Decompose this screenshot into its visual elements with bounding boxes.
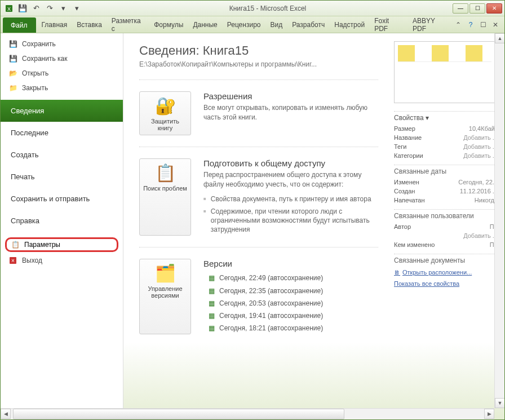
protect-workbook-button[interactable]: 🔐 Защитить книгу [139, 91, 191, 135]
scroll-left-button[interactable]: ◀ [1, 409, 11, 419]
tab-developer[interactable]: Разработч [287, 16, 330, 33]
version-item[interactable]: ▦Сегодня, 19:41 (автосохранение) [203, 310, 378, 322]
excel-icon[interactable]: X [3, 2, 15, 15]
tab-home[interactable]: Главная [37, 16, 73, 33]
sidebar-item-close[interactable]: 📁 Закрыть [1, 81, 123, 95]
prop-author-add[interactable]: Добавить ... [394, 231, 498, 240]
tab-review[interactable]: Рецензиро [223, 16, 266, 33]
prop-title[interactable]: НазваниеДобавить ... [394, 133, 498, 142]
manage-versions-button[interactable]: 🗂️ Управление версиями [139, 259, 191, 334]
sidebar-item-info[interactable]: Сведения [1, 100, 123, 122]
prepare-item: Содержимое, при чтении которого люди с о… [203, 205, 378, 236]
maximize-button[interactable]: ☐ [469, 3, 485, 14]
sidebar-label: Сохранить и отправить [11, 194, 90, 203]
tab-formulas[interactable]: Формулы [149, 16, 188, 33]
document-thumbnail[interactable] [394, 41, 495, 103]
open-file-location-link[interactable]: 🗎Открыть расположени... [394, 267, 498, 278]
save-as-icon: 💾 [8, 54, 17, 63]
sidebar-label: Параметры [24, 241, 60, 249]
button-label: Поиск проблем [143, 185, 187, 192]
scroll-down-button[interactable]: ▼ [495, 398, 504, 408]
exit-icon: × [8, 256, 17, 265]
sidebar-item-new[interactable]: Создать [1, 144, 123, 166]
tab-addins[interactable]: Надстрой [330, 16, 370, 33]
svg-text:X: X [7, 6, 11, 12]
sidebar-label: Сохранить [22, 40, 56, 48]
prop-created: Создан11.12.2016 ... [394, 187, 498, 196]
options-icon: 📋 [11, 241, 20, 249]
folder-open-icon: 📂 [8, 69, 17, 78]
save-icon: 💾 [8, 39, 17, 48]
tab-insert[interactable]: Вставка [72, 16, 107, 33]
sidebar-item-print[interactable]: Печать [1, 166, 123, 188]
sidebar-item-help[interactable]: Справка [1, 210, 123, 232]
section-title: Версии [203, 259, 378, 268]
tab-foxit[interactable]: Foxit PDF [370, 16, 408, 33]
section-title: Разрешения [203, 91, 378, 101]
sidebar-label: Печать [11, 173, 35, 181]
scroll-right-button[interactable]: ▶ [484, 409, 494, 419]
versions-icon: 🗂️ [155, 263, 175, 283]
ribbon: Файл Главная Вставка Разметка с Формулы … [1, 16, 504, 33]
prepare-item: Свойства документа, путь к принтеру и им… [203, 193, 378, 205]
help-icon[interactable]: ? [466, 20, 475, 29]
excel-file-icon: ▦ [207, 286, 216, 295]
show-all-properties-link[interactable]: Показать все свойства [394, 278, 498, 289]
section-title: Подготовить к общему доступу [203, 158, 378, 168]
document-icon: 🗎 [394, 269, 400, 276]
sidebar-item-options[interactable]: 📋 Параметры [5, 237, 118, 252]
sidebar-label: Выход [22, 257, 42, 264]
section-text: Перед распространением общего доступа к … [203, 170, 378, 189]
sidebar-label: Открыть [22, 69, 48, 77]
save-icon[interactable]: 💾 [16, 2, 29, 15]
redo-icon[interactable]: ↷ [43, 2, 56, 15]
qat-customize-icon[interactable]: ▾ [70, 2, 83, 15]
excel-file-icon: ▦ [207, 299, 216, 308]
version-item[interactable]: ▦Сегодня, 18:21 (автосохранение) [203, 322, 378, 334]
page-title: Сведения: Книга15 [139, 43, 378, 58]
tab-abbyy[interactable]: ABBYY PDF [408, 16, 454, 33]
sidebar-label: Справка [11, 216, 39, 225]
svg-text:×: × [11, 258, 15, 264]
version-item[interactable]: ▦Сегодня, 20:53 (автосохранение) [203, 297, 378, 310]
lock-key-icon: 🔐 [155, 95, 175, 116]
prop-modified: ИзмененСегодня, 22... [394, 178, 498, 187]
close-button[interactable]: ✕ [486, 3, 502, 14]
prop-size: Размер10,4Кбайт [394, 124, 498, 133]
sidebar-item-recent[interactable]: Последние [1, 122, 123, 144]
sidebar-label: Сведения [11, 107, 44, 115]
sidebar-item-exit[interactable]: × Выход [1, 253, 123, 268]
properties-panel: Свойства ▾ Размер10,4Кбайт НазваниеДобав… [387, 33, 504, 419]
sidebar-item-open[interactable]: 📂 Открыть [1, 66, 123, 81]
properties-dropdown[interactable]: Свойства ▾ [394, 111, 498, 124]
scroll-up-button[interactable]: ▲ [495, 33, 504, 43]
tab-layout[interactable]: Разметка с [107, 16, 149, 33]
minimize-button[interactable]: — [453, 3, 468, 14]
sidebar-item-save-as[interactable]: 💾 Сохранить как [1, 51, 123, 66]
tab-view[interactable]: Вид [265, 16, 287, 33]
sidebar-item-save-send[interactable]: Сохранить и отправить [1, 188, 123, 210]
window-close-icon[interactable]: ✕ [491, 20, 500, 29]
excel-file-icon: ▦ [207, 311, 216, 320]
tab-data[interactable]: Данные [188, 16, 222, 33]
sidebar-item-save[interactable]: 💾 Сохранить [1, 37, 123, 51]
related-users-header: Связанные пользователи [394, 209, 498, 222]
button-label: Управление версиями [143, 285, 187, 299]
vertical-scrollbar[interactable]: ▲ ▼ [494, 33, 504, 408]
horizontal-scrollbar[interactable]: ◀ ▶ [1, 408, 494, 419]
undo-icon[interactable]: ↶ [30, 2, 42, 15]
section-text: Все могут открывать, копировать и изменя… [203, 103, 378, 122]
qat-more-icon[interactable]: ▾ [57, 2, 69, 15]
scroll-thumb[interactable] [13, 409, 344, 419]
file-menu-sidebar: 💾 Сохранить 💾 Сохранить как 📂 Открыть 📁 … [1, 33, 123, 419]
window-restore-icon[interactable]: ☐ [479, 20, 488, 29]
prop-tags[interactable]: ТегиДобавить ... [394, 142, 498, 151]
ribbon-minimize-icon[interactable]: ⌃ [454, 20, 463, 29]
excel-file-icon: ▦ [207, 273, 216, 282]
sidebar-label: Последние [11, 129, 48, 137]
tab-file[interactable]: Файл [3, 17, 36, 33]
version-item[interactable]: ▦Сегодня, 22:49 (автосохранение) [203, 272, 378, 284]
check-issues-button[interactable]: 📋 Поиск проблем [139, 158, 191, 236]
prop-categories[interactable]: КатегорииДобавить ... [394, 151, 498, 160]
version-item[interactable]: ▦Сегодня, 22:35 (автосохранение) [203, 285, 378, 297]
